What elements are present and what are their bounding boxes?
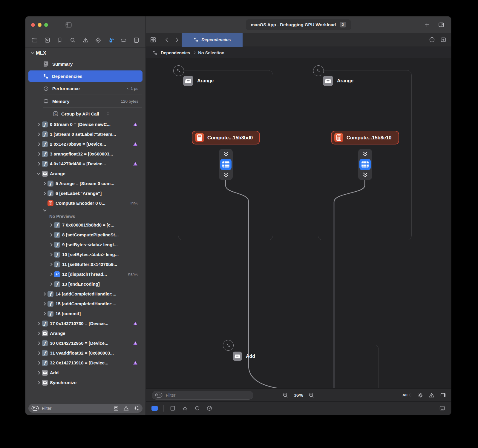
settings-gear-icon[interactable] [417, 392, 424, 398]
disclosure-right-icon[interactable] [42, 312, 46, 315]
disclosure-right-icon[interactable] [49, 233, 52, 236]
disclosure-right-icon[interactable] [37, 142, 40, 146]
group-by-api-call-popup[interactable]: CGroup by API Call [25, 108, 145, 119]
sidebar-item-summary[interactable]: Summary [25, 58, 145, 70]
zoom-out-icon[interactable] [282, 392, 289, 398]
align-bottom-icon[interactable] [113, 405, 119, 412]
disclosure-right-icon[interactable] [42, 192, 46, 195]
scope-popup[interactable]: All [402, 393, 412, 397]
sparkles-icon[interactable] [133, 405, 140, 412]
zoom-in-icon[interactable] [308, 392, 315, 398]
sidebar-tree-row[interactable]: ƒ32 0x142713910 = [Device... [25, 358, 145, 368]
minimize-window-button[interactable] [38, 23, 42, 27]
counters-navigator-icon[interactable] [44, 37, 51, 44]
sidebar-tree-row[interactable]: 12 [dispatchThread...nan% [25, 269, 145, 279]
zoom-level[interactable]: 36% [294, 392, 303, 398]
folder-navigator-icon[interactable] [31, 37, 38, 44]
sidebar-tree-row[interactable]: Arange [25, 328, 145, 338]
gpu-capture-navigator-icon[interactable] [108, 37, 114, 44]
debug-bug-icon[interactable] [182, 405, 188, 412]
disclosure-down-icon[interactable] [31, 51, 34, 54]
memory-tag-navigator-icon[interactable] [120, 37, 127, 44]
sidebar-tree-row[interactable]: ƒ15 [addCompletedHandler:... [25, 299, 145, 309]
disclosure-right-icon[interactable] [49, 282, 52, 286]
sidebar-item-memory[interactable]: Memory120 bytes [25, 95, 145, 107]
sidebar-tree-row[interactable]: ƒ8 [setComputePipelineSt... [25, 230, 145, 240]
editor-layout-icon[interactable] [438, 21, 445, 28]
resource-pill[interactable] [219, 149, 233, 180]
sidebar-tree-row[interactable]: Compute Encoder 0 0...inf% [25, 198, 145, 208]
canvas-filter-input[interactable] [165, 392, 250, 398]
sidebar-tree-row[interactable]: ƒ16 [commit] [25, 309, 145, 318]
collapse-group-button[interactable] [313, 65, 324, 76]
inspector-panel-icon[interactable] [440, 392, 446, 398]
disclosure-right-icon[interactable] [37, 152, 40, 156]
sidebar-tree-row[interactable]: ƒ9 [setBytes:<data> lengt... [25, 240, 145, 250]
sidebar-tree-row[interactable]: ƒ31 vvaddfloat32 = [0x600003... [25, 348, 145, 358]
graph-view-mode-button[interactable] [151, 406, 158, 411]
display-icon[interactable] [439, 405, 445, 412]
filter-menu-icon[interactable] [155, 392, 163, 398]
disclosure-right-icon[interactable] [42, 302, 46, 305]
disclosure-right-icon[interactable] [37, 332, 40, 335]
disclosure-right-icon[interactable] [42, 292, 46, 295]
add-editor-icon[interactable] [440, 36, 447, 43]
sidebar-group-mlx[interactable]: MLX [25, 48, 145, 58]
compute-encoder-node[interactable]: Compute...15b8e10 [331, 131, 399, 144]
group-box-add[interactable]: Add [228, 345, 379, 388]
sidebar-tree-row[interactable]: ƒ11 [setBuffer:0x14270b9... [25, 259, 145, 269]
group-box-arange-right[interactable]: Arange Compute...15b8e10 [318, 70, 412, 240]
sidebar-tree-row[interactable]: ƒ14 [addCompletedHandler:... [25, 289, 145, 299]
group-box-arange-left[interactable]: Arange Compute...15b8bd0 [178, 70, 273, 240]
disclosure-right-icon[interactable] [37, 133, 40, 136]
disclosure-right-icon[interactable] [49, 273, 52, 276]
sidebar-tree-row[interactable]: ƒ13 [endEncoding] [25, 279, 145, 289]
disclosure-down-icon[interactable] [43, 208, 46, 211]
sidebar-item-dependencies[interactable]: Dependencies [28, 70, 143, 82]
sidebar-filter-input[interactable] [41, 406, 110, 411]
ellipsis-circle-icon[interactable] [429, 36, 435, 43]
disclosure-right-icon[interactable] [37, 371, 40, 374]
updown-stepper-icon[interactable] [106, 111, 110, 116]
disclosure-right-icon[interactable] [49, 223, 52, 227]
sidebar-tree-row[interactable]: ƒ4 0x14270d480 = [Device... [25, 159, 145, 169]
resource-pill[interactable] [358, 149, 372, 180]
search-navigator-icon[interactable] [69, 37, 76, 44]
warning-filter-icon[interactable] [123, 405, 129, 412]
disclosure-right-icon[interactable] [37, 162, 40, 165]
filter-menu-icon[interactable] [31, 406, 39, 411]
disclosure-right-icon[interactable] [37, 361, 40, 364]
sidebar-tree-row[interactable]: Add [25, 368, 145, 378]
collapse-group-button[interactable] [223, 340, 234, 351]
sidebar-tree-row[interactable] [25, 208, 145, 213]
dependency-graph-canvas[interactable]: Arange Compute...15b8bd0 Arange [146, 59, 451, 388]
sidebar-tree-row[interactable]: ƒ2 0x14270b990 = [Device... [25, 139, 145, 149]
sidebar-tree-row[interactable]: ƒ17 0x142710730 = [Device... [25, 318, 145, 328]
disclosure-right-icon[interactable] [37, 322, 40, 325]
sidebar-tree-row[interactable]: ƒ0 Stream 0 = [Device newC... [25, 119, 145, 129]
sidebar-tree-row[interactable]: Arange [25, 169, 145, 178]
disclosure-right-icon[interactable] [42, 182, 46, 185]
report-navigator-icon[interactable] [133, 37, 140, 44]
compute-encoder-node[interactable]: Compute...15b8bd0 [192, 131, 260, 144]
sidebar-tree-row[interactable]: ƒ30 0x142712950 = [Device... [25, 338, 145, 348]
disclosure-down-icon[interactable] [37, 171, 40, 175]
sidebar-tree-row[interactable]: ƒ5 Arange = [Stream 0 com... [25, 178, 145, 188]
back-chevron-icon[interactable] [163, 36, 170, 43]
profile-gauge-icon[interactable] [206, 405, 213, 412]
test-navigator-icon[interactable] [95, 37, 102, 44]
sidebar-tree-row[interactable]: No Previews [25, 213, 145, 220]
sidebar-tree-row[interactable]: Synchronize [25, 378, 145, 387]
disclosure-right-icon[interactable] [49, 263, 52, 266]
sidebar-tree-row[interactable]: ƒ10 [setBytes:<data> leng... [25, 250, 145, 259]
issues-warning-icon[interactable] [428, 392, 435, 398]
bookmark-navigator-icon[interactable] [56, 37, 63, 44]
disclosure-right-icon[interactable] [49, 243, 52, 246]
canvas-filter-field[interactable] [152, 391, 253, 400]
sidebar-toggle-icon[interactable] [65, 21, 72, 29]
sidebar-tree-row[interactable]: ƒ1 [Stream 0 setLabel:"Stream... [25, 129, 145, 139]
refresh-capture-icon[interactable] [194, 405, 200, 412]
issues-navigator-icon[interactable] [82, 37, 89, 44]
window-title-tab[interactable]: macOS App - Debugging GPU Workload 2 [246, 19, 351, 30]
sidebar-item-performance[interactable]: Performance< 1 µs [25, 82, 145, 94]
